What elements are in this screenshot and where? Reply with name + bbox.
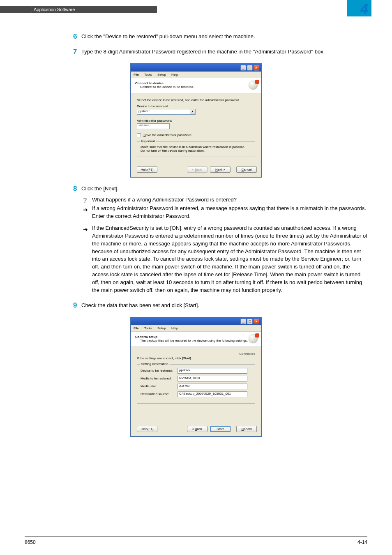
maximize-button[interactable]: □ xyxy=(247,319,253,324)
admin-password-input[interactable]: ******** xyxy=(137,123,170,129)
wizard-body: Connected If the settings are correct, c… xyxy=(131,347,261,423)
menu-setup[interactable]: Setup xyxy=(157,73,166,76)
important-groupbox: Important Make sure that the device is i… xyxy=(137,141,255,157)
size-value: 2.0 MB xyxy=(178,384,247,389)
wizard-subtitle: Connect to the device to be restored. xyxy=(135,85,257,89)
maximize-button[interactable]: □ xyxy=(247,65,253,71)
save-password-checkbox[interactable] xyxy=(137,133,141,137)
wizard-icon xyxy=(249,334,258,343)
save-password-row: Save the administrator password. xyxy=(137,133,255,137)
media-label: Media to be restored: xyxy=(141,377,178,380)
dropdown-arrow-icon[interactable]: ▾ xyxy=(190,109,196,115)
step-number: 7 xyxy=(73,47,81,57)
step-9: 9 Check the data that has been set and c… xyxy=(25,302,367,310)
row-media: Media to be restored: NVRAM, HDD xyxy=(141,376,251,382)
wizard-icon xyxy=(249,81,258,90)
device-value: pprinter xyxy=(178,368,247,374)
wizard-title: Connect to device xyxy=(135,81,257,85)
dialog-confirm-wrapper: _ □ × File Tools Setup Help Confirm setu… xyxy=(25,317,367,437)
row-source: Restoration source: C:\Backup_20070529_1… xyxy=(141,391,251,397)
question-icon: ? xyxy=(83,196,87,205)
instruction-text: If the settings are correct, click [Star… xyxy=(137,356,255,360)
setting-info-title: Setting information xyxy=(140,362,170,366)
step-number: 9 xyxy=(73,301,81,311)
footer-left: 8650 xyxy=(25,539,36,545)
device-dropdown[interactable]: pprinter xyxy=(137,109,190,115)
source-value: C:\Backup_20070529_105031_001 xyxy=(178,391,247,397)
menu-tools[interactable]: Tools xyxy=(144,73,152,76)
close-button[interactable]: × xyxy=(254,65,259,71)
help-button[interactable]: Help(F1) xyxy=(137,426,157,432)
wizard-body: Select the device to be restored, and en… xyxy=(131,93,261,163)
connected-status: Connected xyxy=(137,352,255,356)
menu-tools[interactable]: Tools xyxy=(144,326,152,330)
row-size: Media size: 2.0 MB xyxy=(141,384,251,389)
page-header: Application Software 4 xyxy=(0,0,392,16)
wizard-head: Confirm setup The backup files will be r… xyxy=(131,332,261,347)
wizard-footer: Help(F1) < Back Next > Cancel xyxy=(131,163,261,177)
menu-setup[interactable]: Setup xyxy=(157,326,166,330)
back-button[interactable]: < Back xyxy=(187,166,208,173)
step-8: 8 Click the [Next]. ? What happens if a … xyxy=(25,185,367,294)
device-label: Device to be restored: xyxy=(141,369,178,372)
size-label: Media size: xyxy=(141,384,178,388)
answer2-text: If the EnhancedSecurity is set to [ON], … xyxy=(92,225,367,293)
arrow-icon: ➔ xyxy=(83,206,88,214)
media-value: NVRAM, HDD xyxy=(178,376,247,382)
page-footer: 8650 4-14 xyxy=(25,536,367,545)
menu-file[interactable]: File xyxy=(134,326,139,330)
save-password-label: ave the administrator password. xyxy=(146,133,192,137)
step-8-question: ? What happens if a wrong Administrator … xyxy=(81,196,367,204)
important-line1: Make sure that the device is in a condit… xyxy=(141,145,251,149)
wizard-head: Connect to device Connect to the device … xyxy=(131,78,261,93)
next-button[interactable]: Next > xyxy=(210,166,231,173)
row-device: Device to be restored: pprinter xyxy=(141,368,251,374)
menubar: File Tools Setup Help xyxy=(131,72,261,78)
answer1-text: If a wrong Administrator Password is ent… xyxy=(92,205,366,219)
arrow-icon: ➔ xyxy=(83,225,88,234)
cancel-button[interactable]: Cancel xyxy=(236,426,257,432)
dialog-confirm: _ □ × File Tools Setup Help Confirm setu… xyxy=(130,317,262,437)
dialog-connect: _ □ × File Tools Setup Help Connect to d… xyxy=(130,63,262,178)
menubar: File Tools Setup Help xyxy=(131,325,261,332)
titlebar: _ □ × xyxy=(131,318,261,325)
step-7: 7 Type the 8-digit Administrator Passwor… xyxy=(25,48,367,56)
step-text: Click the "Device to be restored" pull-d… xyxy=(81,33,255,39)
wizard-subtitle: The backup files will be restored to the… xyxy=(135,339,257,342)
back-button[interactable]: < Back xyxy=(187,426,208,432)
admin-password-label: Administrator password: xyxy=(137,119,255,123)
device-label: Device to be restored: xyxy=(137,104,255,108)
footer-right: 4-14 xyxy=(357,539,367,545)
important-title: Important xyxy=(140,139,156,143)
step-text: Type the 8-digit Administrator Password … xyxy=(81,49,325,55)
minimize-button[interactable]: _ xyxy=(240,65,246,71)
section-title: Application Software xyxy=(31,6,157,13)
step-text: Click the [Next]. xyxy=(81,185,119,192)
minimize-button[interactable]: _ xyxy=(240,319,246,324)
cancel-button[interactable]: Cancel xyxy=(236,166,257,173)
step-8-sublist: ? What happens if a wrong Administrator … xyxy=(81,196,367,294)
titlebar: _ □ × xyxy=(131,64,261,72)
dialog-connect-wrapper: _ □ × File Tools Setup Help Connect to d… xyxy=(25,63,367,178)
instruction-text: Select the device to be restored, and en… xyxy=(137,98,255,102)
step-number: 6 xyxy=(73,32,81,42)
source-label: Restoration source: xyxy=(141,392,178,396)
page-content: 6 Click the "Device to be restored" pull… xyxy=(0,16,392,437)
step-8-answer2: ➔ If the EnhancedSecurity is set to [ON]… xyxy=(81,224,367,294)
close-button[interactable]: × xyxy=(254,319,259,324)
step-6: 6 Click the "Device to be restored" pull… xyxy=(25,33,367,41)
menu-help[interactable]: Help xyxy=(171,326,178,330)
menu-file[interactable]: File xyxy=(134,73,139,76)
wizard-footer: Help(F1) < Back Start Cancel xyxy=(131,423,261,436)
step-8-answer1: ➔ If a wrong Administrator Password is e… xyxy=(81,205,367,220)
step-number: 8 xyxy=(73,184,81,194)
important-line2: Do not turn off the device during restor… xyxy=(141,149,251,153)
question-text: What happens if a wrong Administrator Pa… xyxy=(92,197,237,203)
start-button[interactable]: Start xyxy=(210,426,231,432)
chapter-number: 4 xyxy=(360,1,368,17)
wizard-title: Confirm setup xyxy=(135,335,257,339)
menu-help[interactable]: Help xyxy=(171,73,178,76)
help-button[interactable]: Help(F1) xyxy=(137,166,157,173)
setting-info-groupbox: Setting information Device to be restore… xyxy=(137,364,255,404)
step-text: Check the data that has been set and cli… xyxy=(81,302,199,308)
